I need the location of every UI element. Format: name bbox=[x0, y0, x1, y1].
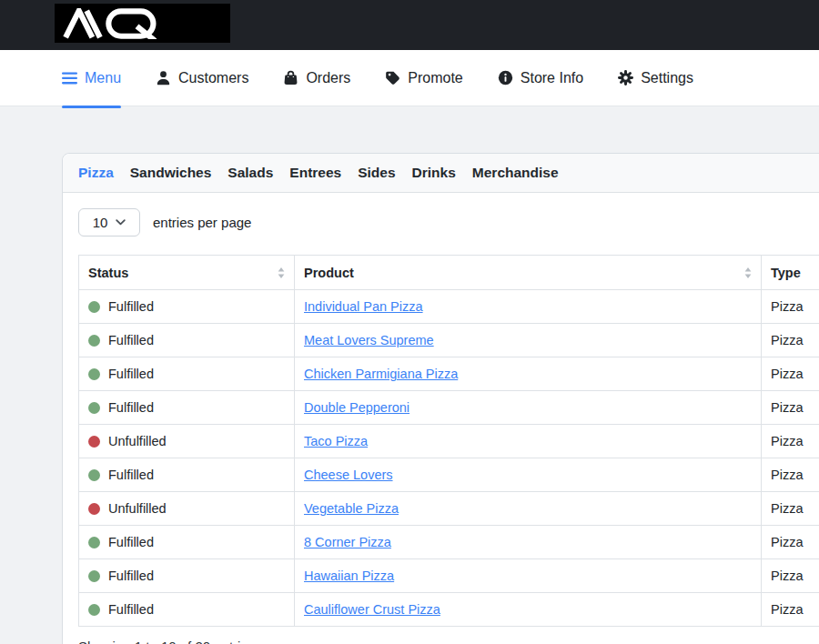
status-cell: Fulfilled bbox=[88, 468, 285, 482]
customers-icon bbox=[156, 70, 171, 86]
table-header-row: Status Product bbox=[79, 256, 819, 290]
status-cell: Fulfilled bbox=[88, 367, 285, 381]
sort-icon bbox=[744, 267, 752, 278]
nav-item-label: Menu bbox=[85, 70, 121, 86]
table-row: Fulfilled Hawaiian Pizza Pizza bbox=[79, 559, 819, 593]
settings-icon bbox=[618, 70, 633, 86]
table-row: Fulfilled Individual Pan Pizza Pizza bbox=[79, 290, 819, 324]
promote-icon bbox=[385, 70, 400, 86]
status-cell: Unfulfilled bbox=[88, 434, 285, 448]
type-cell: Pizza bbox=[762, 425, 819, 458]
table-row: Unfulfilled Vegetable Pizza Pizza bbox=[79, 492, 819, 526]
status-label: Unfulfilled bbox=[108, 434, 167, 448]
type-cell: Pizza bbox=[762, 559, 819, 593]
active-nav-underline bbox=[62, 106, 121, 108]
status-dot bbox=[88, 537, 100, 548]
tab-drinks[interactable]: Drinks bbox=[412, 165, 456, 181]
product-link[interactable]: Cauliflower Crust Pizza bbox=[304, 602, 440, 617]
product-link[interactable]: Cheese Lovers bbox=[304, 468, 393, 482]
status-dot bbox=[88, 368, 100, 380]
top-bar bbox=[0, 0, 819, 50]
type-cell: Pizza bbox=[762, 458, 819, 492]
type-cell: Pizza bbox=[762, 324, 819, 357]
type-cell: Pizza bbox=[762, 593, 819, 627]
column-label: Product bbox=[304, 266, 354, 280]
status-dot bbox=[88, 604, 100, 616]
entries-per-page-select[interactable]: 10 bbox=[78, 208, 140, 236]
status-cell: Fulfilled bbox=[88, 299, 285, 314]
nav-item-label: Promote bbox=[408, 70, 462, 86]
status-cell: Fulfilled bbox=[88, 602, 285, 617]
nav-item-label: Orders bbox=[306, 70, 350, 86]
status-cell: Unfulfilled bbox=[88, 501, 285, 516]
table-row: Fulfilled Cauliflower Crust Pizza Pizza bbox=[79, 593, 819, 627]
nav-item-menu[interactable]: Menu bbox=[62, 50, 121, 106]
status-dot bbox=[88, 570, 100, 582]
category-tabs: Pizza Sandwiches Salads Entrees Sides Dr… bbox=[63, 154, 819, 193]
card-body: 10 entries per page Status bbox=[63, 193, 819, 644]
nav-item-store-info[interactable]: Store Info bbox=[498, 50, 583, 106]
product-link[interactable]: Individual Pan Pizza bbox=[304, 299, 423, 314]
tab-sides[interactable]: Sides bbox=[358, 165, 395, 181]
column-header-status[interactable]: Status bbox=[79, 256, 295, 290]
type-cell: Pizza bbox=[762, 391, 819, 425]
product-link[interactable]: Hawaiian Pizza bbox=[304, 569, 394, 583]
type-cell: Pizza bbox=[762, 357, 819, 391]
nav-item-customers[interactable]: Customers bbox=[156, 50, 248, 106]
status-label: Fulfilled bbox=[108, 569, 154, 583]
status-dot bbox=[88, 469, 100, 481]
status-label: Fulfilled bbox=[108, 535, 154, 549]
products-card: Pizza Sandwiches Salads Entrees Sides Dr… bbox=[62, 153, 819, 644]
type-cell: Pizza bbox=[762, 290, 819, 324]
nav-item-promote[interactable]: Promote bbox=[385, 50, 462, 106]
tab-merchandise[interactable]: Merchandise bbox=[472, 165, 559, 181]
status-cell: Fulfilled bbox=[88, 400, 285, 415]
product-link[interactable]: Meat Lovers Supreme bbox=[304, 333, 434, 347]
status-cell: Fulfilled bbox=[88, 333, 285, 347]
status-label: Fulfilled bbox=[108, 299, 154, 314]
menu-icon bbox=[62, 72, 77, 85]
status-label: Fulfilled bbox=[108, 602, 154, 617]
page-content: Pizza Sandwiches Salads Entrees Sides Dr… bbox=[0, 106, 819, 644]
main-nav: Menu Customers Orders Promo bbox=[0, 50, 819, 106]
tab-sandwiches[interactable]: Sandwiches bbox=[130, 165, 212, 181]
table-row: Fulfilled Double Pepperoni Pizza bbox=[79, 391, 819, 425]
status-label: Fulfilled bbox=[108, 400, 154, 415]
status-cell: Fulfilled bbox=[88, 535, 285, 549]
status-label: Fulfilled bbox=[108, 468, 154, 482]
nav-item-settings[interactable]: Settings bbox=[618, 50, 693, 106]
column-header-type[interactable]: Type bbox=[762, 256, 819, 290]
entries-per-page-value: 10 bbox=[93, 215, 108, 230]
nav-item-orders[interactable]: Orders bbox=[283, 50, 350, 106]
status-dot bbox=[88, 503, 100, 515]
status-label: Unfulfilled bbox=[108, 501, 167, 516]
status-dot bbox=[88, 436, 100, 448]
tab-entrees[interactable]: Entrees bbox=[289, 165, 341, 181]
status-dot bbox=[88, 402, 100, 414]
status-cell: Fulfilled bbox=[88, 569, 285, 583]
tab-pizza[interactable]: Pizza bbox=[78, 165, 114, 181]
status-label: Fulfilled bbox=[108, 367, 154, 381]
aiq-logo-icon bbox=[60, 8, 167, 39]
entries-per-page-label: entries per page bbox=[153, 215, 251, 230]
products-table: Status Product bbox=[78, 255, 819, 627]
column-label: Status bbox=[88, 266, 128, 280]
product-link[interactable]: Taco Pizza bbox=[304, 434, 368, 448]
status-dot bbox=[88, 301, 100, 313]
orders-icon bbox=[283, 70, 298, 86]
nav-item-label: Settings bbox=[641, 70, 693, 86]
nav-item-label: Customers bbox=[178, 70, 248, 86]
status-dot bbox=[88, 335, 100, 347]
status-label: Fulfilled bbox=[108, 333, 154, 347]
product-link[interactable]: Chicken Parmigiana Pizza bbox=[304, 367, 458, 381]
column-label: Type bbox=[771, 266, 801, 280]
chevron-down-icon bbox=[116, 219, 126, 226]
product-link[interactable]: Vegetable Pizza bbox=[304, 501, 399, 516]
type-cell: Pizza bbox=[762, 526, 819, 559]
tab-salads[interactable]: Salads bbox=[228, 165, 273, 181]
product-link[interactable]: 8 Corner Pizza bbox=[304, 535, 391, 549]
product-link[interactable]: Double Pepperoni bbox=[304, 400, 410, 415]
table-body: Fulfilled Individual Pan Pizza Pizza Ful… bbox=[79, 290, 819, 627]
column-header-product[interactable]: Product bbox=[295, 256, 762, 290]
nav-item-label: Store Info bbox=[521, 70, 583, 86]
